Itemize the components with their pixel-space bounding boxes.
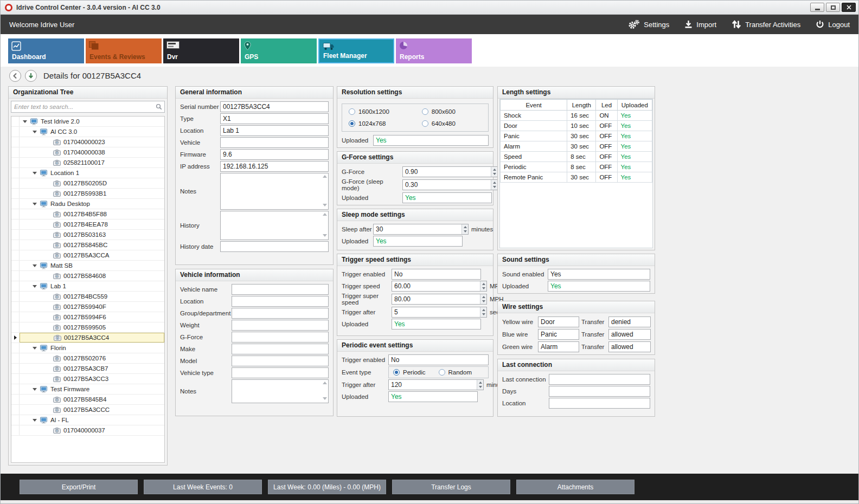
length-table-row[interactable]: Panic30 secOFFYes — [501, 131, 652, 141]
length-table-row[interactable]: Shock16 secONYes — [501, 111, 652, 121]
tree-group-row[interactable]: Al CC 3.0 — [11, 127, 164, 137]
tab-gps[interactable]: GPS — [241, 38, 317, 63]
length-table-row[interactable]: Alarm30 secOFFYes — [501, 141, 652, 152]
tree-device-row[interactable]: 00127B5A3CC4 — [11, 333, 164, 343]
search-input[interactable] — [11, 101, 165, 113]
1024x768-radio[interactable]: 1024x768 — [349, 120, 422, 127]
scroll-up-icon[interactable] — [323, 175, 327, 178]
g-force-input[interactable] — [232, 332, 329, 343]
tree-group-row[interactable]: Test Idrive 2.0 — [11, 117, 164, 127]
tree-device-row[interactable]: 00127B502076 — [11, 353, 164, 364]
green-wire-transfer-input[interactable] — [608, 341, 651, 352]
tree-device-row[interactable]: 00127B5845B4 — [11, 395, 164, 405]
yellow-wire-transfer-input[interactable] — [608, 316, 651, 327]
attachments-button[interactable]: Attachments — [516, 480, 634, 494]
import-button[interactable]: Import — [684, 20, 716, 29]
tab-dvr[interactable]: Dvr — [163, 38, 239, 63]
location-input[interactable] — [232, 296, 329, 307]
trigger-enabled-input[interactable] — [388, 354, 489, 365]
tree-device-row[interactable]: 00127B4BC559 — [11, 292, 164, 302]
expand-collapse-icon[interactable] — [33, 264, 37, 267]
blue-wire-input[interactable] — [538, 329, 579, 340]
1600x1200-radio[interactable]: 1600x1200 — [349, 108, 422, 115]
periodic-radio[interactable]: Periodic — [393, 369, 439, 376]
uploaded-input[interactable] — [373, 236, 463, 247]
expand-collapse-icon[interactable] — [33, 347, 37, 350]
trigger-after-input[interactable] — [388, 379, 484, 390]
notes-textarea[interactable] — [220, 173, 329, 210]
history-textarea[interactable] — [220, 211, 329, 240]
transfer-activities-button[interactable]: Transfer Activities — [732, 20, 800, 29]
tree-device-row[interactable]: 017040000037 — [11, 425, 164, 436]
ip-address-input[interactable] — [220, 161, 329, 172]
spinner-icon[interactable] — [480, 281, 486, 291]
tree-device-row[interactable]: 00127B50205D — [11, 178, 164, 189]
tree-device-row[interactable]: 00127B5845BC — [11, 240, 164, 250]
logout-button[interactable]: Logout — [816, 20, 850, 29]
uploaded-input[interactable] — [392, 319, 481, 329]
spinner-icon[interactable] — [477, 380, 483, 390]
trigger-after-input[interactable] — [392, 307, 487, 318]
tab-reports[interactable]: Reports — [396, 38, 472, 63]
tree-device-row[interactable]: 00127B5993B1 — [11, 189, 164, 199]
vehicle-input[interactable] — [220, 137, 329, 148]
tree-device-row[interactable]: 017040000023 — [11, 137, 164, 147]
uploaded-input[interactable] — [373, 135, 489, 146]
sleep-after-input[interactable] — [373, 224, 469, 235]
serial-number-input[interactable] — [220, 101, 329, 112]
tab-fleet-manager[interactable]: Fleet Manager — [318, 38, 394, 63]
trigger-enabled-input[interactable] — [392, 269, 481, 280]
length-table-row[interactable]: Speed8 secOFFYes — [501, 152, 652, 162]
expand-collapse-icon[interactable] — [33, 419, 37, 422]
tab-dashboard[interactable]: Dashboard — [8, 38, 84, 63]
location-input[interactable] — [549, 398, 650, 409]
history-date-input[interactable] — [220, 241, 329, 252]
days-input[interactable] — [549, 386, 650, 397]
uploaded-input[interactable] — [388, 391, 478, 402]
close-button[interactable] — [842, 3, 856, 12]
sound-enabled-input[interactable] — [548, 269, 650, 280]
tree-device-row[interactable]: 025821100017 — [11, 158, 164, 168]
tree-device-row[interactable]: 00127B599505 — [11, 322, 164, 333]
tree-group-row[interactable]: Al - FL — [11, 415, 164, 425]
tree-device-row[interactable]: 00127B5A3CCC — [11, 405, 164, 415]
tree-device-row[interactable]: 017040000038 — [11, 147, 164, 158]
spinner-icon[interactable] — [491, 180, 497, 190]
tree-group-row[interactable]: Location 1 — [11, 168, 164, 178]
tree-group-row[interactable]: Radu Desktop — [11, 199, 164, 209]
uploaded-input[interactable] — [402, 192, 492, 203]
expand-collapse-icon[interactable] — [33, 172, 37, 175]
expand-collapse-icon[interactable] — [33, 285, 37, 288]
spinner-icon[interactable] — [480, 307, 486, 317]
tree-device-row[interactable]: 00127B4B5F88 — [11, 209, 164, 219]
blue-wire-transfer-input[interactable] — [608, 329, 651, 340]
notes-textarea[interactable] — [232, 379, 329, 403]
length-table-row[interactable]: Remote Panic30 secOFFYes — [501, 172, 652, 183]
weight-input[interactable] — [232, 320, 329, 331]
expand-collapse-icon[interactable] — [33, 388, 37, 391]
tree-group-row[interactable]: Matt SB — [11, 261, 164, 271]
group-department-input[interactable] — [232, 308, 329, 319]
trigger-super-speed-input[interactable] — [392, 294, 487, 305]
scroll-up-icon[interactable] — [323, 382, 327, 384]
maximize-button[interactable] — [826, 3, 840, 12]
scroll-down-icon[interactable] — [323, 204, 327, 206]
tree-device-row[interactable]: 00127B584608 — [11, 271, 164, 281]
640x480-radio[interactable]: 640x480 — [422, 120, 482, 127]
scroll-down-icon[interactable] — [323, 397, 327, 400]
type-input[interactable] — [220, 113, 329, 124]
minimize-button[interactable] — [810, 3, 824, 12]
scroll-up-icon[interactable] — [323, 213, 327, 216]
settings-button[interactable]: Settings — [628, 20, 669, 29]
tree-device-row[interactable]: 00127B5994F6 — [11, 312, 164, 322]
spinner-icon[interactable] — [491, 167, 497, 177]
length-table-row[interactable]: Door10 secOFFYes — [501, 121, 652, 131]
vehicle-type-input[interactable] — [232, 367, 329, 378]
g-force-sleep-mode-input[interactable] — [402, 179, 498, 190]
yellow-wire-input[interactable] — [538, 316, 579, 327]
random-radio[interactable]: Random — [439, 369, 472, 376]
back-button[interactable] — [9, 70, 21, 82]
vehicle-name-input[interactable] — [232, 284, 329, 295]
spinner-icon[interactable] — [480, 294, 486, 304]
last-connection-input[interactable] — [549, 374, 650, 385]
